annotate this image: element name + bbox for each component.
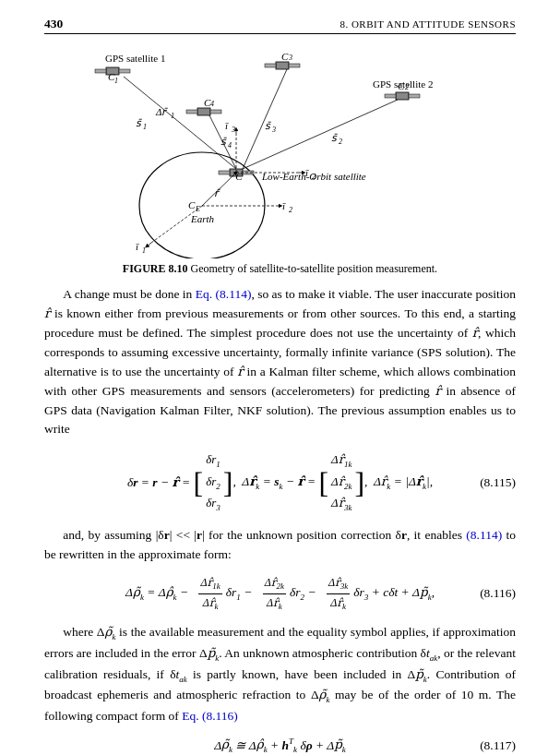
svg-text:C: C <box>188 199 196 210</box>
paragraph-3: where Δρ̃k is the available measurement … <box>44 623 516 725</box>
svg-rect-27 <box>409 94 420 98</box>
svg-text:1: 1 <box>143 123 147 131</box>
eq-number-115: (8.115) <box>480 473 516 493</box>
svg-rect-5 <box>219 171 230 174</box>
svg-line-56 <box>147 243 151 246</box>
svg-text:2: 2 <box>289 206 292 214</box>
svg-rect-26 <box>385 94 396 98</box>
svg-text:3: 3 <box>288 54 292 62</box>
eq-link-114: Eq. (8.114) <box>196 287 252 301</box>
paragraph-2: and, by assuming |δr| << |r| for the unk… <box>44 526 516 565</box>
svg-text:s̄: s̄ <box>331 132 338 143</box>
svg-text:4: 4 <box>228 141 232 150</box>
figure-diagram: Earth C E C Low-Earth-Orbit satellite GP… <box>54 42 506 258</box>
equation-116: Δρ̃k = Δρ̂k − Δr̂1k Δr̂k δr1 − Δr̂2k Δr̂… <box>44 574 516 615</box>
svg-text:Earth: Earth <box>190 213 215 224</box>
svg-rect-10 <box>95 69 106 73</box>
header: 430 8. ORBIT AND ATTITUDE SENSORS <box>44 17 516 34</box>
page-number: 430 <box>44 17 63 31</box>
figure-label: FIGURE 8.10 <box>123 262 188 275</box>
svg-text:2: 2 <box>405 83 409 91</box>
figure-caption: FIGURE 8.10 Geometry of satellite-to-sat… <box>44 262 516 276</box>
svg-text:C: C <box>281 51 289 62</box>
svg-rect-21 <box>186 110 197 114</box>
svg-line-55 <box>151 206 202 243</box>
svg-text:ī: ī <box>136 241 139 252</box>
svg-text:s̄: s̄ <box>265 120 271 131</box>
svg-line-34 <box>243 100 398 169</box>
chapter-title: 8. ORBIT AND ATTITUDE SENSORS <box>340 18 516 30</box>
svg-rect-25 <box>396 92 409 100</box>
svg-rect-17 <box>289 64 300 67</box>
figure-container: Earth C E C Low-Earth-Orbit satellite GP… <box>44 42 516 276</box>
svg-rect-11 <box>119 69 130 73</box>
svg-rect-22 <box>210 110 221 114</box>
figure-caption-text: Geometry of satellite-to-satellite posit… <box>191 262 438 275</box>
svg-text:s̄: s̄ <box>136 117 142 128</box>
svg-text:Δr̄: Δr̄ <box>155 106 168 117</box>
svg-text:ī: ī <box>225 120 229 131</box>
equation-115: δr = r − r̂ = [ δr1 δr2 δr3 ] , Δr̂k = s… <box>44 450 516 515</box>
svg-text:1: 1 <box>142 246 146 255</box>
svg-rect-20 <box>197 108 210 115</box>
svg-text:GPS satellite 1: GPS satellite 1 <box>105 53 165 64</box>
svg-text:2: 2 <box>312 173 316 181</box>
eq-number-116: (8.116) <box>480 584 516 604</box>
svg-line-32 <box>243 69 287 169</box>
svg-text:1: 1 <box>171 112 174 120</box>
svg-text:ī: ī <box>282 200 286 211</box>
body-text: A change must be done in Eq. (8.114), so… <box>44 285 516 755</box>
paragraph-1: A change must be done in Eq. (8.114), so… <box>44 285 516 439</box>
eq-number-117: (8.117) <box>480 737 516 755</box>
svg-text:3: 3 <box>231 126 235 134</box>
svg-text:s̄: s̄ <box>220 136 227 147</box>
svg-text:4: 4 <box>210 100 214 108</box>
svg-rect-16 <box>265 64 276 67</box>
svg-text:1: 1 <box>114 77 118 85</box>
svg-rect-15 <box>276 62 289 69</box>
equation-117: Δρ̃k ≅ Δρ̂k + hTk δρ + Δp̃k (8.117) <box>44 736 516 755</box>
svg-text:3: 3 <box>271 126 276 134</box>
page: 430 8. ORBIT AND ATTITUDE SENSORS Earth … <box>0 0 560 755</box>
svg-text:2: 2 <box>339 138 342 146</box>
svg-text:C: C <box>398 80 405 91</box>
svg-line-35 <box>202 173 236 206</box>
